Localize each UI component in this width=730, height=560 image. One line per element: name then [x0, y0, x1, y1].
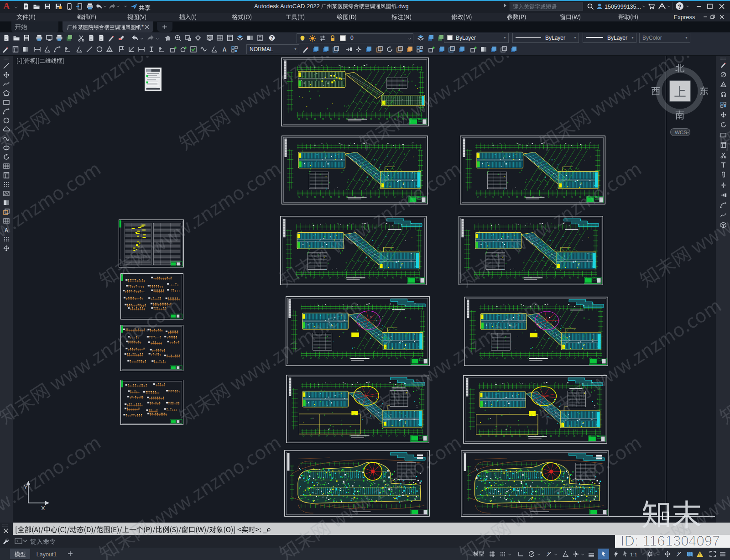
svg-text:A: A — [223, 47, 227, 53]
svg-text:?: ? — [271, 36, 273, 41]
